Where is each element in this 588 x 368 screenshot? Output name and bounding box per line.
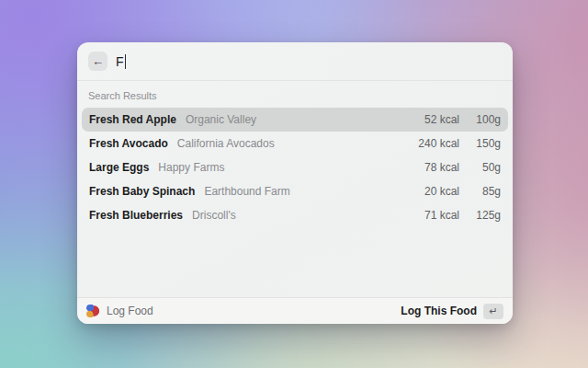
food-grams: 100g — [470, 113, 501, 126]
back-arrow-icon: ← — [92, 54, 104, 68]
footer-app-name: Log Food — [107, 305, 153, 317]
food-kcal: 78 kcal — [406, 161, 459, 174]
food-grams: 85g — [470, 185, 501, 198]
food-brand: Earthbound Farm — [204, 185, 289, 198]
result-row-fresh-avocado[interactable]: Fresh Avocado California Avocados 240 kc… — [82, 132, 508, 155]
empty-space — [77, 227, 513, 297]
return-key-icon: ↵ — [489, 305, 497, 317]
log-this-food-button[interactable]: Log This Food ↵ — [401, 304, 503, 319]
footer-bar: Log Food Log This Food ↵ — [77, 297, 513, 324]
enter-key-badge: ↵ — [483, 304, 503, 319]
search-results-list: Fresh Red Apple Organic Valley 52 kcal 1… — [77, 108, 513, 227]
food-kcal: 71 kcal — [406, 209, 459, 222]
food-kcal: 240 kcal — [406, 137, 459, 150]
food-grams: 150g — [470, 137, 501, 150]
result-row-large-eggs[interactable]: Large Eggs Happy Farms 78 kcal 50g — [82, 155, 508, 179]
search-input[interactable]: F — [116, 42, 300, 80]
food-name: Fresh Baby Spinach — [89, 185, 195, 198]
log-food-app-icon — [86, 305, 99, 317]
food-brand: Happy Farms — [158, 161, 224, 174]
log-food-window: ← F Search Results Fresh Red Apple Organ… — [77, 42, 513, 324]
food-name: Fresh Red Apple — [89, 113, 176, 126]
food-grams: 50g — [470, 161, 501, 174]
food-name: Fresh Avocado — [89, 137, 168, 150]
food-brand: Organic Valley — [186, 113, 256, 126]
food-brand: California Avocados — [177, 137, 275, 150]
action-label: Log This Food — [401, 305, 477, 317]
food-brand: Driscoll's — [192, 209, 236, 222]
food-name: Fresh Blueberries — [89, 209, 183, 222]
food-kcal: 52 kcal — [406, 113, 459, 126]
text-cursor — [125, 54, 127, 69]
result-row-fresh-blueberries[interactable]: Fresh Blueberries Driscoll's 71 kcal 125… — [82, 203, 508, 227]
search-query-text: F — [116, 54, 124, 69]
result-row-fresh-red-apple[interactable]: Fresh Red Apple Organic Valley 52 kcal 1… — [82, 108, 508, 132]
result-row-fresh-baby-spinach[interactable]: Fresh Baby Spinach Earthbound Farm 20 kc… — [82, 179, 508, 203]
section-label: Search Results — [77, 81, 513, 108]
food-kcal: 20 kcal — [406, 185, 459, 198]
back-button[interactable]: ← — [88, 52, 107, 71]
food-name: Large Eggs — [89, 161, 149, 174]
food-grams: 125g — [470, 209, 501, 222]
search-bar: ← F — [77, 42, 513, 81]
